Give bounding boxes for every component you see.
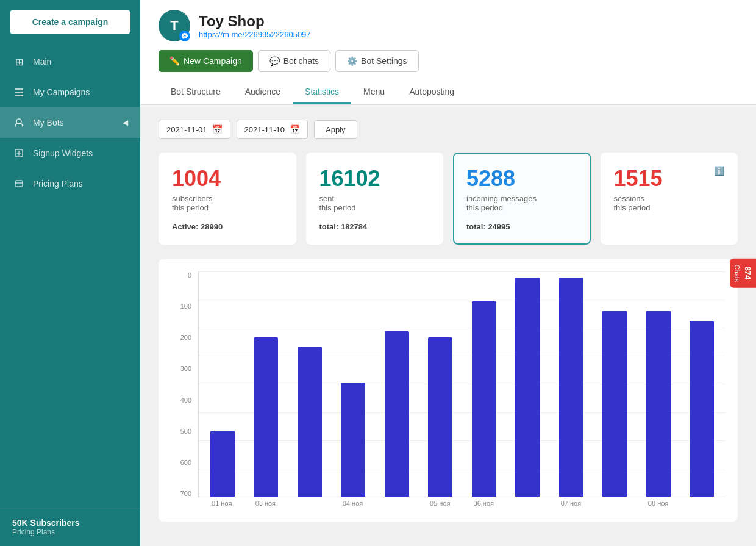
stat-card-subscribers: 1004 subscribers this period Active: 289… xyxy=(159,153,296,245)
apply-button[interactable]: Apply xyxy=(314,120,357,139)
chats-side-button[interactable]: 874 Chats xyxy=(730,258,756,288)
bar-group xyxy=(292,271,327,497)
bar-group xyxy=(685,271,720,497)
pricing-icon xyxy=(12,177,26,190)
chart-bar[interactable] xyxy=(690,321,714,497)
y-axis: 700 600 500 400 300 200 100 0 xyxy=(171,271,195,497)
stat-card-sent: 16102 sent this period total: 182784 xyxy=(306,153,444,245)
bot-title-row: T Toy Shop https://m.me/226995222605097 xyxy=(159,10,738,41)
y-label: 400 xyxy=(171,397,195,404)
x-label xyxy=(291,497,327,515)
bar-group xyxy=(554,271,589,497)
chart-bar[interactable] xyxy=(602,311,627,497)
date-from-input[interactable]: 2021-11-01 📅 xyxy=(159,120,230,139)
chart-area xyxy=(198,271,726,497)
chart-bar[interactable] xyxy=(559,278,583,497)
settings-icon: ⚙️ xyxy=(347,56,357,66)
new-campaign-button[interactable]: ✏️ New Campaign xyxy=(159,50,253,72)
chart-bar[interactable] xyxy=(385,331,409,497)
x-labels: 01 ноя03 ноя04 ноя05 ноя06 ноя07 ноя08 н… xyxy=(198,497,726,515)
sidebar-item-pricing[interactable]: Pricing Plans xyxy=(0,168,140,199)
x-label: 08 ноя xyxy=(641,497,676,515)
sessions-label: sessions this period xyxy=(614,194,725,212)
sidebar-item-signup[interactable]: Signup Widgets xyxy=(0,138,140,168)
svg-rect-5 xyxy=(15,181,23,187)
x-label: 04 ноя xyxy=(335,497,371,515)
chart-bar[interactable] xyxy=(472,301,496,497)
sidebar-item-label: Signup Widgets xyxy=(33,148,93,158)
subscribers-label: subscribers this period xyxy=(172,194,283,212)
sidebar-item-label: My Bots xyxy=(33,118,64,128)
x-label: 07 ноя xyxy=(554,497,589,515)
sidebar-nav: ⊞ Main My Campaigns My Bots ◀ Signup Wid… xyxy=(0,40,140,508)
tab-statistics[interactable]: Statistics xyxy=(293,81,351,104)
chart-bar[interactable] xyxy=(646,311,671,497)
chat-icon: 💬 xyxy=(269,56,280,66)
sidebar-item-label: My Campaigns xyxy=(33,87,90,97)
chevron-icon: ◀ xyxy=(123,118,128,127)
incoming-value: 5288 xyxy=(466,166,577,192)
sent-label: sent this period xyxy=(319,194,430,212)
messenger-badge xyxy=(179,31,190,41)
date-from-value: 2021-11-01 xyxy=(166,125,207,134)
sent-total: total: 182784 xyxy=(319,222,430,231)
x-label xyxy=(379,497,414,515)
info-icon[interactable]: ℹ️ xyxy=(714,166,724,176)
sidebar-item-campaigns[interactable]: My Campaigns xyxy=(0,77,140,107)
stat-card-sessions: ℹ️ 1515 sessions this period xyxy=(601,153,738,245)
chart-bar[interactable] xyxy=(515,278,540,497)
chart-bar[interactable] xyxy=(341,383,365,497)
bar-group xyxy=(423,271,458,497)
x-label: 05 ноя xyxy=(423,497,458,515)
y-label: 500 xyxy=(171,428,195,435)
chats-label: Chats xyxy=(733,264,741,282)
x-label xyxy=(597,497,632,515)
sidebar-item-bots[interactable]: My Bots ◀ xyxy=(0,107,140,138)
chart-bar[interactable] xyxy=(254,337,278,497)
signup-icon xyxy=(12,146,26,160)
incoming-label: incoming messages this period xyxy=(466,194,577,212)
stat-card-incoming: 5288 incoming messages this period total… xyxy=(453,153,591,245)
y-label: 100 xyxy=(171,303,195,310)
subscribers-value: 1004 xyxy=(172,166,283,192)
create-campaign-button[interactable]: Create a campaign xyxy=(10,10,130,34)
stats-row: 1004 subscribers this period Active: 289… xyxy=(159,153,738,245)
bot-header: T Toy Shop https://m.me/226995222605097 … xyxy=(140,0,756,105)
bot-settings-button[interactable]: ⚙️ Bot Settings xyxy=(335,50,419,72)
avatar: T xyxy=(159,10,190,41)
tab-nav: Bot Structure Audience Statistics Menu A… xyxy=(159,81,738,104)
content-area: 2021-11-01 📅 2021-11-10 📅 Apply 1004 sub… xyxy=(140,105,756,546)
sidebar-footer: 50K Subscribers Pricing Plans xyxy=(0,508,140,546)
tab-bot-structure[interactable]: Bot Structure xyxy=(159,81,233,104)
x-label: 06 ноя xyxy=(466,497,501,515)
svg-rect-2 xyxy=(15,95,23,96)
edit-icon: ✏️ xyxy=(169,56,180,66)
incoming-total: total: 24995 xyxy=(466,222,577,231)
bot-name: Toy Shop xyxy=(199,13,311,30)
chart-bar[interactable] xyxy=(298,347,322,497)
y-label: 0 xyxy=(171,271,195,279)
sidebar-item-main[interactable]: ⊞ Main xyxy=(0,46,140,77)
bar-group xyxy=(205,271,240,497)
bar-group xyxy=(466,271,502,497)
tab-audience[interactable]: Audience xyxy=(233,81,293,104)
bar-group xyxy=(336,271,371,497)
bar-group xyxy=(641,271,676,497)
bot-chats-button[interactable]: 💬 Bot chats xyxy=(258,50,330,72)
x-label: 01 ноя xyxy=(204,497,240,515)
tab-autoposting[interactable]: Autoposting xyxy=(397,81,466,104)
bar-group xyxy=(597,271,633,497)
bar-group xyxy=(249,271,284,497)
date-to-input[interactable]: 2021-11-10 📅 xyxy=(237,120,308,139)
svg-rect-0 xyxy=(15,88,23,90)
header-actions: ✏️ New Campaign 💬 Bot chats ⚙️ Bot Setti… xyxy=(159,50,738,72)
tab-menu[interactable]: Menu xyxy=(351,81,397,104)
x-label xyxy=(510,497,545,515)
subscribers-total: Active: 28990 xyxy=(172,222,283,231)
calendar-icon: 📅 xyxy=(212,124,223,134)
chart-bar[interactable] xyxy=(210,431,235,497)
plan-name: 50K Subscribers xyxy=(12,518,128,528)
y-label: 600 xyxy=(171,459,195,466)
sidebar-item-label: Main xyxy=(33,57,51,66)
chart-bar[interactable] xyxy=(428,337,452,497)
